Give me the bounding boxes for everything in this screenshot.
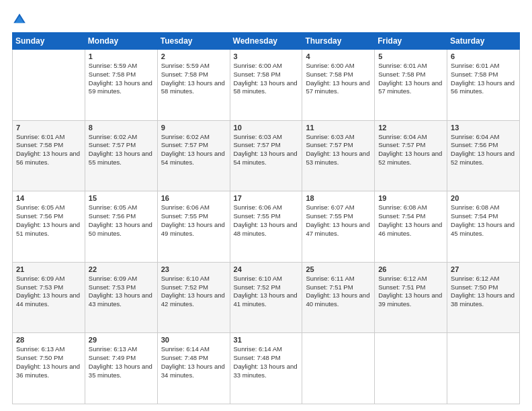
calendar-cell: 31Sunrise: 6:14 AM Sunset: 7:48 PM Dayli… bbox=[230, 333, 302, 404]
cell-info: Sunrise: 6:13 AM Sunset: 7:49 PM Dayligh… bbox=[89, 345, 154, 379]
calendar-cell bbox=[13, 50, 85, 121]
calendar-cell: 13Sunrise: 6:04 AM Sunset: 7:56 PM Dayli… bbox=[447, 120, 520, 191]
cell-info: Sunrise: 6:05 AM Sunset: 7:56 PM Dayligh… bbox=[89, 203, 154, 238]
calendar-cell: 16Sunrise: 6:06 AM Sunset: 7:55 PM Dayli… bbox=[157, 191, 230, 263]
day-number: 16 bbox=[161, 194, 226, 202]
cell-info: Sunrise: 6:01 AM Sunset: 7:58 PM Dayligh… bbox=[378, 62, 443, 96]
cell-info: Sunrise: 6:10 AM Sunset: 7:52 PM Dayligh… bbox=[161, 275, 226, 309]
day-number: 9 bbox=[161, 124, 226, 132]
calendar-cell: 2Sunrise: 5:59 AM Sunset: 7:58 PM Daylig… bbox=[157, 50, 230, 121]
day-number: 13 bbox=[451, 124, 516, 132]
calendar-cell: 5Sunrise: 6:01 AM Sunset: 7:58 PM Daylig… bbox=[375, 50, 447, 121]
calendar-cell: 18Sunrise: 6:07 AM Sunset: 7:55 PM Dayli… bbox=[302, 191, 375, 263]
calendar-cell: 4Sunrise: 6:00 AM Sunset: 7:58 PM Daylig… bbox=[302, 50, 375, 121]
day-number: 23 bbox=[161, 265, 226, 273]
day-number: 27 bbox=[451, 265, 516, 273]
calendar-cell: 8Sunrise: 6:02 AM Sunset: 7:57 PM Daylig… bbox=[85, 120, 157, 191]
cell-info: Sunrise: 6:12 AM Sunset: 7:51 PM Dayligh… bbox=[378, 275, 443, 309]
header bbox=[12, 12, 520, 27]
calendar-cell: 30Sunrise: 6:14 AM Sunset: 7:48 PM Dayli… bbox=[157, 333, 230, 404]
day-number: 30 bbox=[161, 336, 226, 344]
cell-info: Sunrise: 6:01 AM Sunset: 7:58 PM Dayligh… bbox=[451, 62, 516, 96]
calendar-cell bbox=[302, 333, 375, 404]
calendar-cell: 11Sunrise: 6:03 AM Sunset: 7:57 PM Dayli… bbox=[302, 120, 375, 191]
day-number: 3 bbox=[234, 52, 299, 60]
day-number: 24 bbox=[234, 265, 299, 273]
logo-icon bbox=[12, 12, 27, 27]
week-row-1: 7Sunrise: 6:01 AM Sunset: 7:58 PM Daylig… bbox=[13, 120, 520, 191]
calendar-table: SundayMondayTuesdayWednesdayThursdayFrid… bbox=[12, 32, 520, 404]
week-row-3: 21Sunrise: 6:09 AM Sunset: 7:53 PM Dayli… bbox=[13, 262, 520, 333]
day-number: 25 bbox=[306, 265, 371, 273]
day-number: 8 bbox=[89, 124, 154, 132]
cell-info: Sunrise: 6:04 AM Sunset: 7:56 PM Dayligh… bbox=[451, 133, 516, 167]
cell-info: Sunrise: 6:06 AM Sunset: 7:55 PM Dayligh… bbox=[234, 203, 299, 238]
cell-info: Sunrise: 6:08 AM Sunset: 7:54 PM Dayligh… bbox=[378, 203, 443, 238]
cell-info: Sunrise: 6:11 AM Sunset: 7:51 PM Dayligh… bbox=[306, 275, 371, 309]
day-number: 14 bbox=[16, 194, 81, 202]
calendar-cell: 1Sunrise: 5:59 AM Sunset: 7:58 PM Daylig… bbox=[85, 50, 157, 121]
cell-info: Sunrise: 5:59 AM Sunset: 7:58 PM Dayligh… bbox=[89, 62, 154, 96]
cell-info: Sunrise: 6:08 AM Sunset: 7:54 PM Dayligh… bbox=[451, 203, 516, 238]
day-number: 20 bbox=[451, 194, 516, 202]
day-number: 11 bbox=[306, 124, 371, 132]
day-number: 6 bbox=[451, 52, 516, 60]
calendar-cell bbox=[447, 333, 520, 404]
cell-info: Sunrise: 6:02 AM Sunset: 7:57 PM Dayligh… bbox=[89, 133, 154, 167]
cell-info: Sunrise: 6:14 AM Sunset: 7:48 PM Dayligh… bbox=[161, 345, 226, 379]
cell-info: Sunrise: 6:03 AM Sunset: 7:57 PM Dayligh… bbox=[234, 133, 299, 167]
day-number: 22 bbox=[89, 265, 154, 273]
calendar-cell: 25Sunrise: 6:11 AM Sunset: 7:51 PM Dayli… bbox=[302, 262, 375, 333]
cell-info: Sunrise: 6:00 AM Sunset: 7:58 PM Dayligh… bbox=[234, 62, 299, 96]
cell-info: Sunrise: 6:02 AM Sunset: 7:57 PM Dayligh… bbox=[161, 133, 226, 167]
day-number: 31 bbox=[234, 336, 299, 344]
calendar-cell: 14Sunrise: 6:05 AM Sunset: 7:56 PM Dayli… bbox=[13, 191, 85, 263]
calendar-cell: 20Sunrise: 6:08 AM Sunset: 7:54 PM Dayli… bbox=[447, 191, 520, 263]
weekday-header-sunday: Sunday bbox=[13, 33, 85, 50]
logo bbox=[12, 12, 28, 27]
calendar-cell: 22Sunrise: 6:09 AM Sunset: 7:53 PM Dayli… bbox=[85, 262, 157, 333]
weekday-header-row: SundayMondayTuesdayWednesdayThursdayFrid… bbox=[13, 33, 520, 50]
day-number: 7 bbox=[16, 124, 81, 132]
calendar-cell: 6Sunrise: 6:01 AM Sunset: 7:58 PM Daylig… bbox=[447, 50, 520, 121]
cell-info: Sunrise: 6:14 AM Sunset: 7:48 PM Dayligh… bbox=[234, 345, 299, 379]
week-row-4: 28Sunrise: 6:13 AM Sunset: 7:50 PM Dayli… bbox=[13, 333, 520, 404]
calendar-cell: 15Sunrise: 6:05 AM Sunset: 7:56 PM Dayli… bbox=[85, 191, 157, 263]
calendar-cell: 24Sunrise: 6:10 AM Sunset: 7:52 PM Dayli… bbox=[230, 262, 302, 333]
cell-info: Sunrise: 6:13 AM Sunset: 7:50 PM Dayligh… bbox=[16, 345, 81, 379]
weekday-header-saturday: Saturday bbox=[447, 33, 520, 50]
cell-info: Sunrise: 6:09 AM Sunset: 7:53 PM Dayligh… bbox=[16, 275, 81, 309]
weekday-header-tuesday: Tuesday bbox=[157, 33, 230, 50]
day-number: 28 bbox=[16, 336, 81, 344]
page: SundayMondayTuesdayWednesdayThursdayFrid… bbox=[0, 0, 532, 411]
cell-info: Sunrise: 5:59 AM Sunset: 7:58 PM Dayligh… bbox=[161, 62, 226, 96]
cell-info: Sunrise: 6:07 AM Sunset: 7:55 PM Dayligh… bbox=[306, 203, 371, 238]
calendar-cell: 3Sunrise: 6:00 AM Sunset: 7:58 PM Daylig… bbox=[230, 50, 302, 121]
day-number: 12 bbox=[378, 124, 443, 132]
calendar-cell: 26Sunrise: 6:12 AM Sunset: 7:51 PM Dayli… bbox=[375, 262, 447, 333]
calendar-cell: 27Sunrise: 6:12 AM Sunset: 7:50 PM Dayli… bbox=[447, 262, 520, 333]
calendar-cell: 29Sunrise: 6:13 AM Sunset: 7:49 PM Dayli… bbox=[85, 333, 157, 404]
day-number: 21 bbox=[16, 265, 81, 273]
day-number: 15 bbox=[89, 194, 154, 202]
cell-info: Sunrise: 6:05 AM Sunset: 7:56 PM Dayligh… bbox=[16, 203, 81, 238]
cell-info: Sunrise: 6:09 AM Sunset: 7:53 PM Dayligh… bbox=[89, 275, 154, 309]
weekday-header-monday: Monday bbox=[85, 33, 157, 50]
day-number: 17 bbox=[234, 194, 299, 202]
calendar-cell: 23Sunrise: 6:10 AM Sunset: 7:52 PM Dayli… bbox=[157, 262, 230, 333]
calendar-cell: 28Sunrise: 6:13 AM Sunset: 7:50 PM Dayli… bbox=[13, 333, 85, 404]
calendar-cell bbox=[375, 333, 447, 404]
week-row-2: 14Sunrise: 6:05 AM Sunset: 7:56 PM Dayli… bbox=[13, 191, 520, 263]
calendar-cell: 17Sunrise: 6:06 AM Sunset: 7:55 PM Dayli… bbox=[230, 191, 302, 263]
cell-info: Sunrise: 6:06 AM Sunset: 7:55 PM Dayligh… bbox=[161, 203, 226, 238]
weekday-header-wednesday: Wednesday bbox=[230, 33, 302, 50]
calendar-cell: 9Sunrise: 6:02 AM Sunset: 7:57 PM Daylig… bbox=[157, 120, 230, 191]
day-number: 2 bbox=[161, 52, 226, 60]
cell-info: Sunrise: 6:03 AM Sunset: 7:57 PM Dayligh… bbox=[306, 133, 371, 167]
day-number: 4 bbox=[306, 52, 371, 60]
calendar-cell: 19Sunrise: 6:08 AM Sunset: 7:54 PM Dayli… bbox=[375, 191, 447, 263]
day-number: 29 bbox=[89, 336, 154, 344]
day-number: 19 bbox=[378, 194, 443, 202]
day-number: 5 bbox=[378, 52, 443, 60]
calendar-cell: 12Sunrise: 6:04 AM Sunset: 7:57 PM Dayli… bbox=[375, 120, 447, 191]
